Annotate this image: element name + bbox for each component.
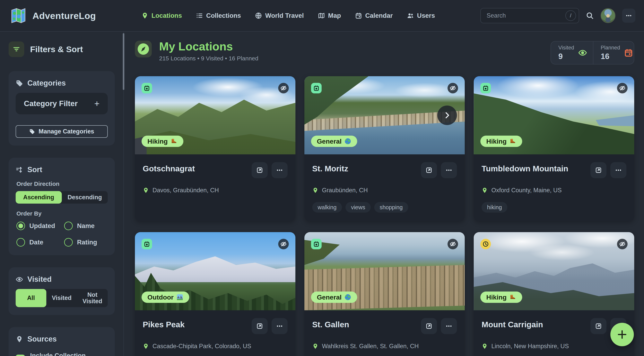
radio-date[interactable]: Date xyxy=(16,238,64,247)
ellipsis-icon xyxy=(445,323,452,330)
location-card: Hiking Gotschnagrat xyxy=(135,76,296,221)
nav-item-world-travel[interactable]: World Travel xyxy=(255,12,304,19)
planned-calendar-badge xyxy=(142,83,152,93)
park-emoji-icon xyxy=(176,294,184,301)
location-title: Tumbledown Mountain xyxy=(482,162,568,173)
card-body: Gotschnagrat xyxy=(135,154,296,202)
planned-calendar-badge xyxy=(311,239,322,249)
nav-item-users[interactable]: Users xyxy=(407,12,435,19)
radio-updated[interactable]: Updated xyxy=(16,222,64,230)
manage-categories-button[interactable]: Manage Categories xyxy=(16,125,108,138)
visited-section: Visited All Visited Not Visited xyxy=(8,267,115,315)
nav-label: World Travel xyxy=(265,12,304,19)
eye-off-badge xyxy=(617,239,628,249)
open-location-button[interactable] xyxy=(421,318,437,334)
calendar-icon xyxy=(144,241,150,247)
location-row: Cascade-Chipita Park, Colorado, US xyxy=(143,343,288,350)
location-photo[interactable]: Hiking xyxy=(474,76,634,154)
category-filter-toggle[interactable]: Category Filter + xyxy=(16,93,108,114)
user-avatar[interactable] xyxy=(600,8,616,23)
include-collection-locations-checkbox-row[interactable]: Include Collection Locations xyxy=(16,352,108,356)
order-by-label: Order By xyxy=(16,210,108,217)
add-location-button[interactable] xyxy=(610,323,634,346)
nav-item-map[interactable]: Map xyxy=(318,12,341,19)
location-title: St. Gallen xyxy=(312,318,349,329)
users-icon xyxy=(407,12,414,19)
map-pin-icon xyxy=(141,12,148,19)
location-photo[interactable]: Hiking xyxy=(135,76,296,154)
category-label: General xyxy=(317,294,342,301)
eye-off-badge xyxy=(617,83,628,93)
category-pill: Hiking xyxy=(480,136,522,147)
open-location-button[interactable] xyxy=(421,162,437,178)
ellipsis-icon xyxy=(276,323,283,330)
tag: shopping xyxy=(374,202,408,213)
sidebar-scrollbar[interactable] xyxy=(123,33,124,90)
carousel-next-button[interactable] xyxy=(437,105,457,125)
category-pill: Outdoor xyxy=(142,292,189,303)
map-pin-icon xyxy=(143,187,149,193)
card-menu-button[interactable] xyxy=(441,162,457,178)
page-subtitle: 215 Locations • 9 Visited • 16 Planned xyxy=(159,55,258,62)
segment-not-visited[interactable]: Not Visited xyxy=(77,289,108,307)
hiking-boot-icon xyxy=(170,138,178,145)
radio-circle xyxy=(16,238,25,247)
location-photo[interactable]: General xyxy=(304,232,465,310)
nav-item-calendar[interactable]: Calendar xyxy=(355,12,393,19)
manage-categories-label: Manage Categories xyxy=(38,128,94,135)
tag-row: walking views shopping xyxy=(312,202,457,213)
segment-visited[interactable]: Visited xyxy=(46,289,77,307)
segment-ascending[interactable]: Ascending xyxy=(16,191,62,204)
category-filter-label: Category Filter xyxy=(24,99,78,108)
planned-calendar-badge xyxy=(480,83,491,93)
segment-all[interactable]: All xyxy=(16,289,46,307)
card-menu-button[interactable] xyxy=(441,318,457,334)
location-text: Wahlkreis St. Gallen, St. Gallen, CH xyxy=(322,343,419,350)
location-card: General St. Gallen xyxy=(304,232,465,356)
open-location-button[interactable] xyxy=(252,162,268,178)
search-button[interactable] xyxy=(586,11,594,20)
nav-item-collections[interactable]: Collections xyxy=(196,12,241,19)
nav-right-cluster: / xyxy=(480,8,636,23)
category-label: Hiking xyxy=(148,138,168,145)
categories-section: Categories Category Filter + Manage Cate… xyxy=(8,71,115,146)
clock-icon xyxy=(482,241,489,247)
plus-icon xyxy=(617,329,628,340)
nav-label: Locations xyxy=(152,12,182,19)
location-photo[interactable]: General xyxy=(304,76,465,154)
eye-off-icon xyxy=(450,241,456,247)
eye-off-icon xyxy=(619,85,626,91)
radio-rating[interactable]: Rating xyxy=(64,238,107,247)
open-location-button[interactable] xyxy=(252,318,268,334)
location-photo[interactable]: Hiking xyxy=(474,232,634,310)
brand[interactable]: AdventureLog xyxy=(8,6,96,25)
eye-off-icon xyxy=(619,241,626,247)
card-menu-button[interactable] xyxy=(610,162,626,178)
card-menu-button[interactable] xyxy=(272,162,288,178)
radio-name[interactable]: Name xyxy=(64,222,107,230)
primary-nav: Locations Collections World Travel Map C… xyxy=(96,12,480,19)
card-menu-button[interactable] xyxy=(272,318,288,334)
open-location-button[interactable] xyxy=(590,162,606,178)
page-header: My Locations 215 Locations • 9 Visited •… xyxy=(135,41,634,64)
nav-label: Collections xyxy=(206,12,241,19)
card-body: St. Gallen xyxy=(304,310,465,356)
search-input[interactable] xyxy=(486,12,566,19)
segment-descending[interactable]: Descending xyxy=(62,191,108,204)
app-title: AdventureLog xyxy=(32,10,96,21)
external-link-icon xyxy=(256,167,263,174)
sort-header: Sort xyxy=(16,165,108,174)
planned-calendar-badge xyxy=(311,83,322,93)
locations-grid: Hiking Gotschnagrat xyxy=(135,76,634,356)
overflow-menu-button[interactable] xyxy=(622,8,636,23)
eye-off-icon xyxy=(280,85,286,91)
location-photo[interactable]: Outdoor xyxy=(135,232,296,310)
eye-icon xyxy=(16,276,23,283)
map-pin-icon xyxy=(16,336,23,343)
external-link-icon xyxy=(256,323,263,330)
calendar-icon xyxy=(482,85,489,91)
nav-item-locations[interactable]: Locations xyxy=(141,12,182,19)
location-row: Lincoln, New Hampshire, US xyxy=(482,343,626,350)
map-pin-icon xyxy=(312,343,318,349)
open-location-button[interactable] xyxy=(590,318,606,334)
